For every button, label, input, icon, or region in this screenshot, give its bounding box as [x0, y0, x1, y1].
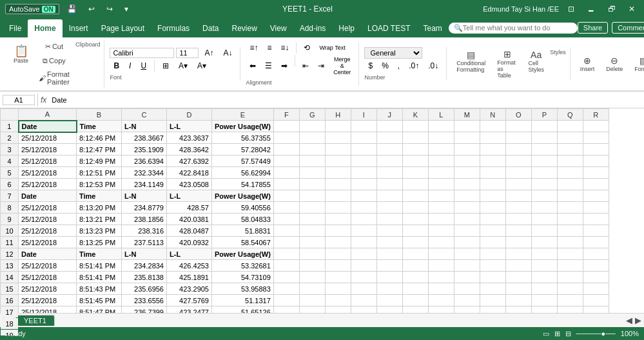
col-header-J[interactable]: J: [376, 109, 402, 121]
empty-cell[interactable]: [402, 167, 428, 179]
cell-2-D[interactable]: 423.3637: [167, 132, 212, 144]
comma-button[interactable]: ,: [394, 60, 404, 72]
wrap-text-button[interactable]: Wrap Text: [315, 42, 349, 54]
empty-cell[interactable]: [428, 190, 454, 202]
empty-cell[interactable]: [505, 237, 531, 248]
underline-button[interactable]: U: [137, 60, 150, 72]
empty-cell[interactable]: [299, 295, 325, 306]
delete-button[interactable]: ⊖ Delete: [601, 50, 627, 78]
cell-12-C[interactable]: L-N: [122, 248, 167, 260]
align-left-button[interactable]: ⬅: [246, 55, 260, 77]
col-header-A[interactable]: A: [19, 109, 77, 121]
tab-file[interactable]: File: [3, 19, 28, 37]
align-top-button[interactable]: ≡↑: [246, 42, 262, 54]
empty-cell[interactable]: [583, 248, 609, 260]
empty-cell[interactable]: [454, 260, 480, 272]
empty-cell[interactable]: [454, 295, 480, 306]
row-number[interactable]: 2: [1, 132, 19, 144]
paste-button[interactable]: 📋 Paste: [9, 40, 33, 68]
cell-9-A[interactable]: 25/12/2018: [19, 214, 77, 225]
cell-6-D[interactable]: 423.0508: [167, 179, 212, 190]
minimize-button[interactable]: 🗕: [583, 3, 599, 15]
empty-cell[interactable]: [376, 248, 402, 260]
empty-cell[interactable]: [557, 144, 583, 155]
cell-7-C[interactable]: L-N: [122, 190, 167, 202]
cell-10-C[interactable]: 238.316: [122, 225, 167, 237]
empty-cell[interactable]: [299, 248, 325, 260]
cell-2-E[interactable]: 56.37355: [212, 132, 274, 144]
empty-cell[interactable]: [428, 202, 454, 214]
cell-15-C[interactable]: 235.6956: [122, 283, 167, 295]
scroll-right-button[interactable]: ▶: [635, 315, 641, 325]
row-number[interactable]: 8: [1, 202, 19, 214]
empty-cell[interactable]: [376, 214, 402, 225]
row-number[interactable]: 12: [1, 248, 19, 260]
row-number[interactable]: 6: [1, 179, 19, 190]
col-header-E[interactable]: E: [212, 109, 274, 121]
empty-cell[interactable]: [531, 214, 557, 225]
empty-cell[interactable]: [428, 237, 454, 248]
empty-cell[interactable]: [557, 167, 583, 179]
empty-cell[interactable]: [480, 248, 505, 260]
empty-cell[interactable]: [376, 272, 402, 283]
empty-cell[interactable]: [402, 144, 428, 155]
empty-cell[interactable]: [273, 202, 299, 214]
empty-cell[interactable]: [376, 202, 402, 214]
redo-button[interactable]: ↪: [102, 3, 117, 15]
page-layout-view-icon[interactable]: ⊞: [554, 330, 560, 336]
row-number[interactable]: 15: [1, 283, 19, 295]
cell-9-D[interactable]: 420.0381: [167, 214, 212, 225]
empty-cell[interactable]: [531, 283, 557, 295]
cell-10-A[interactable]: 25/12/2018: [19, 225, 77, 237]
number-format-select[interactable]: General Number Currency Date Text: [364, 47, 422, 59]
empty-cell[interactable]: [454, 179, 480, 190]
empty-cell[interactable]: [428, 214, 454, 225]
empty-cell[interactable]: [583, 214, 609, 225]
empty-cell[interactable]: [376, 283, 402, 295]
format-as-table-button[interactable]: ⊞ Format as Table: [493, 48, 522, 81]
cell-16-C[interactable]: 233.6556: [122, 295, 167, 306]
empty-cell[interactable]: [325, 121, 351, 132]
cell-12-E[interactable]: Power Usage(W): [212, 248, 274, 260]
empty-cell[interactable]: [480, 283, 505, 295]
table-row[interactable]: 1125/12/20188:13:25 PM237.5113420.093258…: [1, 237, 609, 248]
cell-6-E[interactable]: 54.17855: [212, 179, 274, 190]
insert-button[interactable]: ⊕ Insert: [576, 50, 600, 78]
empty-cell[interactable]: [583, 295, 609, 306]
empty-cell[interactable]: [583, 167, 609, 179]
col-header-R[interactable]: R: [583, 109, 609, 121]
empty-cell[interactable]: [531, 132, 557, 144]
empty-cell[interactable]: [299, 155, 325, 167]
decrease-indent-button[interactable]: ⇤: [298, 55, 313, 77]
empty-cell[interactable]: [376, 132, 402, 144]
empty-cell[interactable]: [428, 283, 454, 295]
cell-4-A[interactable]: 25/12/2018: [19, 155, 77, 167]
cell-4-B[interactable]: 8:12:49 PM: [77, 155, 122, 167]
empty-cell[interactable]: [351, 132, 376, 144]
empty-cell[interactable]: [557, 132, 583, 144]
empty-cell[interactable]: [402, 260, 428, 272]
cell-5-C[interactable]: 232.3344: [122, 167, 167, 179]
row-number[interactable]: 14: [1, 272, 19, 283]
row-number[interactable]: 4: [1, 155, 19, 167]
empty-cell[interactable]: [557, 214, 583, 225]
save-button[interactable]: 💾: [63, 3, 81, 15]
empty-cell[interactable]: [299, 202, 325, 214]
col-header-H[interactable]: H: [325, 109, 351, 121]
empty-cell[interactable]: [273, 121, 299, 132]
cell-1-D[interactable]: L-L: [167, 121, 212, 132]
autosave-badge[interactable]: AutoSave ON: [5, 4, 59, 14]
undo-button[interactable]: ↩: [84, 3, 99, 15]
table-row[interactable]: 525/12/20188:12:51 PM232.3344422.841856.…: [1, 167, 609, 179]
empty-cell[interactable]: [428, 248, 454, 260]
empty-cell[interactable]: [402, 248, 428, 260]
empty-cell[interactable]: [557, 202, 583, 214]
empty-cell[interactable]: [454, 272, 480, 283]
empty-cell[interactable]: [376, 190, 402, 202]
cell-15-B[interactable]: 8:51:43 PM: [77, 283, 122, 295]
accounting-format-button[interactable]: $: [364, 60, 376, 72]
cell-13-A[interactable]: 25/12/2018: [19, 260, 77, 272]
empty-cell[interactable]: [531, 202, 557, 214]
empty-cell[interactable]: [480, 225, 505, 237]
empty-cell[interactable]: [557, 190, 583, 202]
